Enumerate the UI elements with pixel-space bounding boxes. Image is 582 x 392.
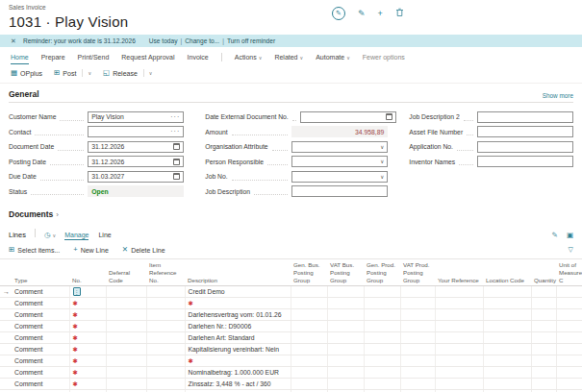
- field-input[interactable]: 31.12.2026: [88, 156, 184, 167]
- cell-deferral[interactable]: [106, 309, 146, 321]
- cell-item_ref[interactable]: [146, 298, 185, 309]
- cell-gen_bus[interactable]: [291, 379, 327, 390]
- tab-invoice[interactable]: Invoice: [188, 54, 209, 63]
- cell-your_ref[interactable]: [435, 367, 483, 379]
- cell-vat_prod[interactable]: [400, 344, 435, 355]
- tab-prepare[interactable]: Prepare: [41, 54, 65, 63]
- calendar-icon[interactable]: [173, 173, 180, 180]
- cell-your_ref[interactable]: [435, 344, 483, 355]
- chevron-down-icon[interactable]: ∨: [380, 144, 384, 150]
- col-header-uom[interactable]: Unit of Measure C: [556, 259, 582, 286]
- cell-vat_prod[interactable]: [400, 379, 435, 390]
- field-input[interactable]: ∨: [291, 141, 388, 153]
- cell-type[interactable]: Comment: [12, 367, 69, 379]
- cell-no[interactable]: ✱: [69, 344, 106, 355]
- cell-quantity[interactable]: [531, 309, 556, 321]
- table-row[interactable]: Comment✱Zinssatz: 3,448 % - act / 360: [0, 379, 582, 390]
- cell-type[interactable]: Comment: [12, 321, 69, 332]
- command-post[interactable]: ⊞Post∨: [54, 69, 91, 77]
- banner-link-use-today[interactable]: Use today: [149, 37, 178, 44]
- cell-your_ref[interactable]: [435, 355, 483, 367]
- tab-request-approval[interactable]: Request Approval: [121, 54, 174, 63]
- cell-quantity[interactable]: [531, 379, 556, 390]
- col-header-location[interactable]: Location Code: [483, 259, 531, 286]
- cell-quantity[interactable]: [531, 298, 556, 309]
- cell-description[interactable]: Credit Demo: [185, 286, 291, 298]
- cell-type[interactable]: Comment: [12, 355, 69, 367]
- cell-location[interactable]: [483, 355, 531, 367]
- cell-deferral[interactable]: [106, 298, 146, 309]
- cell-no[interactable]: ✱: [69, 309, 106, 321]
- col-header-no[interactable]: No.: [69, 259, 106, 286]
- command-opplus[interactable]: ▦OPplus: [11, 69, 42, 77]
- cell-quantity[interactable]: [531, 344, 556, 355]
- col-header-vat_bus[interactable]: VAT Bus. Posting Group: [327, 259, 364, 286]
- cell-location[interactable]: [483, 344, 531, 355]
- documents-section-header[interactable]: Documents›: [0, 199, 582, 219]
- cell-vat_prod[interactable]: [400, 332, 435, 344]
- menu-actions[interactable]: Actions∨: [235, 54, 263, 63]
- table-row[interactable]: Comment✱Darlehen Art: Standard: [0, 332, 582, 344]
- field-input[interactable]: [477, 126, 573, 137]
- cell-gen_bus[interactable]: [291, 321, 327, 332]
- cell-no[interactable]: ✱: [69, 332, 106, 344]
- chevron-down-icon[interactable]: ∨: [88, 70, 91, 76]
- cell-no[interactable]: ⋮: [69, 286, 106, 298]
- chevron-down-icon[interactable]: ∨: [149, 70, 153, 76]
- cell-vat_prod[interactable]: [400, 286, 435, 298]
- cell-gen_bus[interactable]: [291, 367, 327, 379]
- cell-description[interactable]: Darlehen Nr.: D90006: [185, 321, 291, 332]
- cell-gen_prod[interactable]: [364, 344, 400, 355]
- cell-gen_bus[interactable]: [291, 309, 327, 321]
- chevron-down-icon[interactable]: ∨: [380, 174, 384, 180]
- cell-no[interactable]: ✱: [69, 367, 106, 379]
- chevron-down-icon[interactable]: ∨: [380, 159, 384, 164]
- table-row[interactable]: Comment✱✱: [0, 298, 582, 309]
- cell-type[interactable]: Comment: [12, 379, 69, 390]
- cell-gen_bus[interactable]: [291, 332, 327, 344]
- cell-uom[interactable]: [556, 286, 582, 298]
- action-delete-line[interactable]: ✕Delete Line: [122, 246, 165, 254]
- col-header-quantity[interactable]: Quantity: [531, 259, 556, 286]
- field-input[interactable]: Play Vision···: [88, 111, 184, 123]
- cell-no[interactable]: ✱: [69, 321, 106, 332]
- cell-location[interactable]: [483, 367, 531, 379]
- cell-vat_prod[interactable]: [400, 321, 435, 332]
- cell-uom[interactable]: [556, 355, 582, 367]
- lines-tab-line[interactable]: Line: [98, 232, 111, 239]
- cell-type[interactable]: Comment: [12, 344, 69, 355]
- field-input[interactable]: ∨: [291, 171, 388, 183]
- cell-quantity[interactable]: [531, 321, 556, 332]
- cell-item_ref[interactable]: [146, 321, 185, 332]
- cell-item_ref[interactable]: [146, 332, 185, 344]
- calendar-icon[interactable]: [173, 143, 180, 150]
- cell-deferral[interactable]: [106, 379, 146, 390]
- field-input[interactable]: ···: [88, 126, 184, 137]
- cell-type[interactable]: Comment: [12, 332, 69, 344]
- cell-vat_bus[interactable]: [327, 379, 364, 390]
- cell-uom[interactable]: [556, 367, 582, 379]
- cell-your_ref[interactable]: [435, 298, 483, 309]
- cell-vat_prod[interactable]: [400, 367, 435, 379]
- delete-icon[interactable]: [395, 8, 404, 19]
- table-row[interactable]: Comment✱✱: [0, 355, 582, 367]
- lines-menu-icon[interactable]: ◷∨: [44, 231, 56, 239]
- cell-quantity[interactable]: [531, 332, 556, 344]
- cell-your_ref[interactable]: [435, 309, 483, 321]
- cell-gen_prod[interactable]: [364, 309, 400, 321]
- col-header-gen_bus[interactable]: Gen. Bus. Posting Group: [291, 259, 327, 286]
- cell-description[interactable]: Darlehensvertrag vom: 01.01.26: [185, 309, 291, 321]
- cell-description[interactable]: ✱: [185, 355, 291, 367]
- cell-deferral[interactable]: [106, 367, 146, 379]
- col-header-item_ref[interactable]: Item Reference No.: [146, 259, 185, 286]
- cell-your_ref[interactable]: [435, 286, 483, 298]
- field-input[interactable]: ∨: [291, 156, 388, 167]
- filter-icon[interactable]: ▽: [569, 246, 573, 254]
- field-input[interactable]: [477, 141, 573, 153]
- cell-vat_prod[interactable]: [400, 298, 435, 309]
- action-select-items[interactable]: ⊞Select items...: [9, 246, 60, 254]
- field-input[interactable]: [477, 111, 573, 123]
- cell-vat_bus[interactable]: [327, 321, 364, 332]
- cell-gen_prod[interactable]: [364, 321, 400, 332]
- cell-your_ref[interactable]: [435, 379, 483, 390]
